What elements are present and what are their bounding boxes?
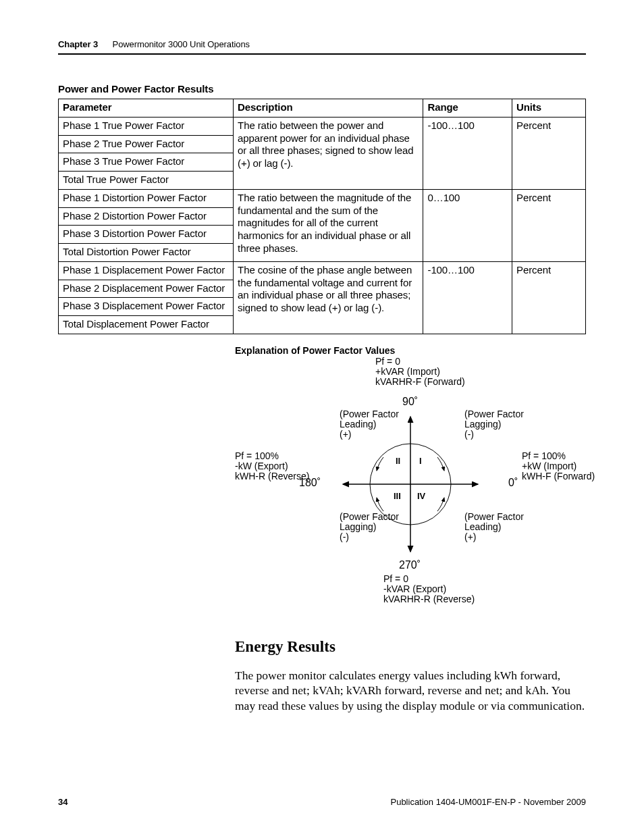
diagram-bottom-kvarhr: kVARHR-R (Reverse) [383, 594, 475, 605]
col-description: Description [234, 99, 423, 118]
param-cell: Phase 3 True Power Factor [59, 153, 234, 172]
desc-cell: The ratio between the magnitude of the f… [234, 189, 423, 261]
page-number: 34 [58, 797, 68, 807]
publication-info: Publication 1404-UM001F-EN-P - November … [390, 797, 586, 807]
desc-cell: The cosine of the phase angle between th… [234, 261, 423, 334]
quadrant-2-label: II [396, 456, 400, 467]
param-cell: Total True Power Factor [59, 172, 234, 190]
q1-line3: (-) [464, 429, 474, 440]
range-cell: 0…100 [423, 189, 512, 261]
units-cell: Percent [512, 261, 585, 334]
section-body: The power monitor calculates energy valu… [235, 668, 586, 713]
chapter-title: Powermonitor 3000 Unit Operations [113, 39, 250, 49]
param-cell: Phase 2 Displacement Power Factor [59, 280, 234, 298]
page-footer: 34 Publication 1404-UM001F-EN-P - Novemb… [58, 797, 586, 807]
table-header-row: Parameter Description Range Units [59, 99, 586, 118]
table-row: Phase 1 Displacement Power Factor The co… [59, 261, 586, 280]
col-parameter: Parameter [59, 99, 234, 118]
quadrant-1-label: I [419, 456, 422, 467]
range-cell: -100…100 [423, 117, 512, 189]
diagram-angle-90: 90˚ [402, 395, 418, 408]
header-rule [58, 53, 586, 55]
q2-line3: (+) [340, 429, 352, 440]
diagram-angle-270: 270˚ [399, 558, 421, 571]
units-cell: Percent [512, 189, 585, 261]
param-cell: Phase 3 Displacement Power Factor [59, 298, 234, 316]
param-cell: Total Displacement Power Factor [59, 316, 234, 334]
running-header: Chapter 3 Powermonitor 3000 Unit Operati… [58, 39, 586, 49]
section-title: Energy Results [235, 638, 586, 656]
col-units: Units [512, 99, 585, 118]
power-factor-diagram: Pf = 0 +kVAR (Import) kVARHR-F (Forward)… [235, 356, 586, 619]
chapter-label: Chapter 3 [58, 39, 98, 49]
desc-cell: The ratio between the power and apparent… [234, 117, 423, 189]
units-cell: Percent [512, 117, 585, 189]
param-cell: Phase 2 True Power Factor [59, 135, 234, 153]
col-range: Range [423, 99, 512, 118]
power-factor-table: Parameter Description Range Units Phase … [58, 99, 586, 334]
table-title: Power and Power Factor Results [58, 83, 586, 95]
q4-line3: (+) [464, 531, 477, 543]
diagram-left-kwh: kWH-R (Reverse) [235, 471, 309, 482]
param-cell: Phase 1 Distortion Power Factor [59, 189, 234, 207]
param-cell: Phase 1 True Power Factor [59, 117, 234, 135]
param-cell: Phase 2 Distortion Power Factor [59, 207, 234, 226]
quadrant-4-label: IV [417, 491, 425, 502]
param-cell: Phase 3 Distortion Power Factor [59, 226, 234, 244]
param-cell: Phase 1 Displacement Power Factor [59, 261, 234, 280]
param-cell: Total Distortion Power Factor [59, 244, 234, 262]
table-row: Phase 1 Distortion Power Factor The rati… [59, 189, 586, 207]
range-cell: -100…100 [423, 261, 512, 334]
quadrant-3-label: III [394, 491, 401, 502]
diagram-angle-0: 0˚ [508, 476, 518, 489]
diagram-right-kwh: kWH-F (Forward) [522, 471, 595, 482]
table-row: Phase 1 True Power Factor The ratio betw… [59, 117, 586, 135]
q3-line3: (-) [340, 531, 349, 543]
diagram-title: Explanation of Power Factor Values [235, 345, 586, 356]
diagram-top-kvarhr: kVARHR-F (Forward) [375, 376, 465, 388]
